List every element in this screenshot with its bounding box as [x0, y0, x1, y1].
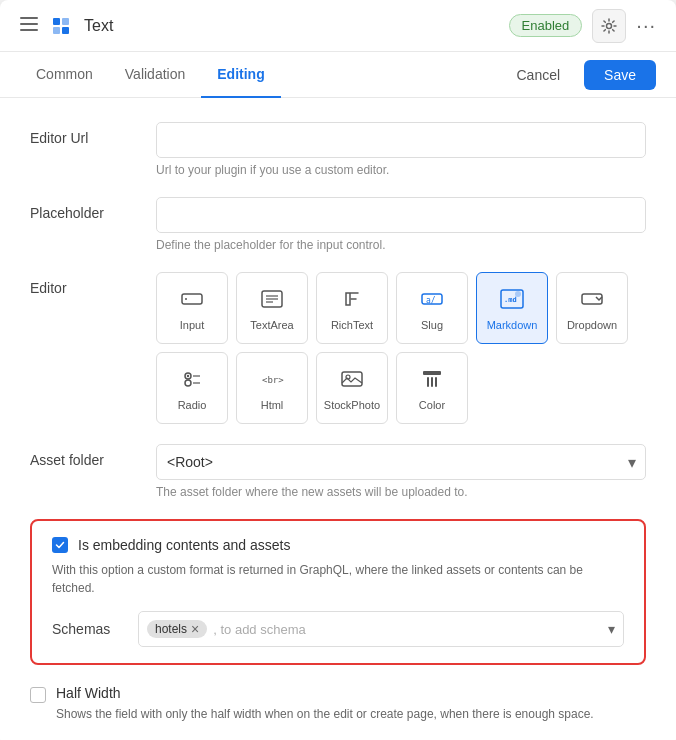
svg-rect-30: [431, 377, 433, 387]
editor-option-input-label: Input: [180, 319, 204, 331]
editor-option-textarea-label: TextArea: [250, 319, 293, 331]
editor-option-html-label: Html: [261, 399, 284, 411]
half-width-row: Half Width Shows the field with only the…: [30, 685, 646, 723]
editor-option-radio-label: Radio: [178, 399, 207, 411]
svg-rect-5: [53, 27, 60, 34]
svg-rect-1: [20, 23, 38, 25]
placeholder-field: Define the placeholder for the input con…: [156, 197, 646, 252]
richtext-icon: [338, 285, 366, 313]
editor-option-color[interactable]: Color: [396, 352, 468, 424]
editor-url-label: Editor Url: [30, 122, 140, 146]
svg-text:.md: .md: [504, 296, 517, 304]
editor-option-stockphoto-label: StockPhoto: [324, 399, 380, 411]
svg-rect-0: [20, 17, 38, 19]
asset-folder-select-wrapper: <Root>: [156, 444, 646, 480]
textarea-icon: [258, 285, 286, 313]
editor-url-hint: Url to your plugin if you use a custom e…: [156, 163, 646, 177]
svg-text:a/: a/: [426, 296, 436, 305]
asset-folder-label: Asset folder: [30, 444, 140, 468]
html-icon: <br>: [258, 365, 286, 393]
editor-option-dropdown-label: Dropdown: [567, 319, 617, 331]
dropdown-icon: [578, 285, 606, 313]
embedding-box: Is embedding contents and assets With th…: [30, 519, 646, 665]
panel: Text Enabled ··· Common Validation Editi…: [0, 0, 676, 740]
svg-rect-4: [62, 18, 69, 25]
input-icon: [178, 285, 206, 313]
editor-option-html[interactable]: <br> Html: [236, 352, 308, 424]
svg-point-21: [187, 375, 189, 377]
radio-icon: [178, 365, 206, 393]
editor-options-grid: Input TextArea: [156, 272, 646, 424]
more-options-button[interactable]: ···: [636, 14, 656, 37]
schema-tag-hotels: hotels ×: [147, 620, 207, 638]
schemas-chevron-icon: ▾: [608, 621, 615, 637]
half-width-title: Half Width: [56, 685, 646, 701]
placeholder-input[interactable]: [156, 197, 646, 233]
embedding-checkbox-row: Is embedding contents and assets: [52, 537, 624, 553]
editor-option-richtext[interactable]: RichText: [316, 272, 388, 344]
placeholder-label: Placeholder: [30, 197, 140, 221]
editor-option-dropdown[interactable]: Dropdown: [556, 272, 628, 344]
schemas-input[interactable]: hotels × , to add schema ▾: [138, 611, 624, 647]
color-icon: [418, 365, 446, 393]
stockphoto-icon: [338, 365, 366, 393]
editor-url-row: Editor Url Url to your plugin if you use…: [30, 122, 646, 177]
content-area: Editor Url Url to your plugin if you use…: [0, 98, 676, 740]
editor-option-markdown[interactable]: .md Markdown: [476, 272, 548, 344]
svg-rect-31: [435, 377, 437, 387]
editor-field: Input TextArea: [156, 272, 646, 424]
svg-point-7: [607, 23, 612, 28]
editor-label: Editor: [30, 272, 140, 296]
svg-point-18: [515, 291, 521, 297]
schema-tag-label: hotels: [155, 622, 187, 636]
editor-option-markdown-label: Markdown: [487, 319, 538, 331]
embedding-label: Is embedding contents and assets: [78, 537, 290, 553]
svg-rect-6: [62, 27, 69, 34]
editor-option-color-label: Color: [419, 399, 445, 411]
editor-option-input[interactable]: Input: [156, 272, 228, 344]
svg-rect-3: [53, 18, 60, 25]
tab-actions: Cancel Save: [502, 60, 656, 90]
placeholder-row: Placeholder Define the placeholder for t…: [30, 197, 646, 252]
asset-folder-row: Asset folder <Root> The asset folder whe…: [30, 444, 646, 499]
svg-rect-2: [20, 29, 38, 31]
embedding-checkbox[interactable]: [52, 537, 68, 553]
svg-rect-26: [342, 372, 362, 386]
half-width-checkbox[interactable]: [30, 687, 46, 703]
placeholder-hint: Define the placeholder for the input con…: [156, 238, 646, 252]
settings-button[interactable]: [592, 9, 626, 43]
svg-text:<br>: <br>: [262, 375, 284, 385]
asset-folder-hint: The asset folder where the new assets wi…: [156, 485, 646, 499]
cancel-button[interactable]: Cancel: [502, 61, 574, 89]
editor-url-field: Url to your plugin if you use a custom e…: [156, 122, 646, 177]
tab-editing[interactable]: Editing: [201, 52, 280, 98]
tabs-bar: Common Validation Editing Cancel Save: [0, 52, 676, 98]
editor-url-input[interactable]: [156, 122, 646, 158]
schemas-row: Schemas hotels × , to add schema ▾: [52, 611, 624, 647]
header: Text Enabled ···: [0, 0, 676, 52]
svg-rect-28: [423, 371, 441, 375]
editor-option-textarea[interactable]: TextArea: [236, 272, 308, 344]
embedding-description: With this option a custom format is retu…: [52, 561, 624, 597]
page-title: Text: [84, 17, 499, 35]
editor-row: Editor Input: [30, 272, 646, 424]
menu-icon[interactable]: [20, 15, 38, 36]
schemas-label: Schemas: [52, 621, 122, 637]
editor-option-radio[interactable]: Radio: [156, 352, 228, 424]
svg-point-23: [185, 380, 191, 386]
save-button[interactable]: Save: [584, 60, 656, 90]
status-badge: Enabled: [509, 14, 583, 37]
half-width-description: Shows the field with only the half width…: [56, 705, 646, 723]
markdown-icon: .md: [498, 285, 526, 313]
editor-option-richtext-label: RichText: [331, 319, 373, 331]
editor-option-slug[interactable]: a/ Slug: [396, 272, 468, 344]
asset-folder-select[interactable]: <Root>: [156, 444, 646, 480]
editor-option-stockphoto[interactable]: StockPhoto: [316, 352, 388, 424]
half-width-content: Half Width Shows the field with only the…: [56, 685, 646, 723]
schema-tag-remove[interactable]: ×: [191, 622, 199, 636]
svg-rect-29: [427, 377, 429, 387]
tab-validation[interactable]: Validation: [109, 52, 201, 98]
tab-common[interactable]: Common: [20, 52, 109, 98]
logo-icon: [48, 13, 74, 39]
editor-option-slug-label: Slug: [421, 319, 443, 331]
